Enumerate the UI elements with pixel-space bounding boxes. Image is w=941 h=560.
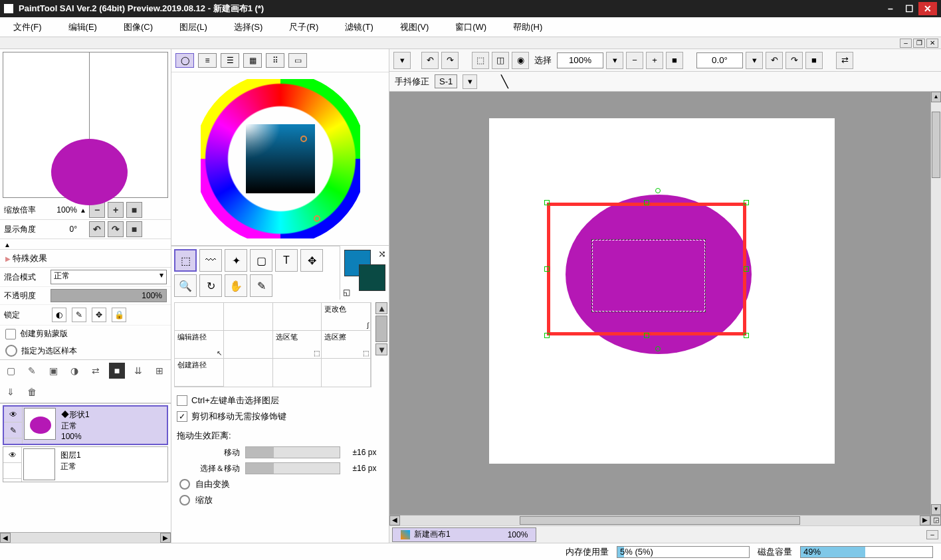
fx-header[interactable]: 特殊效果 bbox=[0, 250, 171, 268]
color-wheel[interactable] bbox=[171, 72, 389, 245]
tabs-collapse-button[interactable]: – bbox=[926, 530, 938, 539]
sel-move-slider[interactable] bbox=[245, 462, 340, 474]
stabilizer-dropdown-icon[interactable]: ▾ bbox=[463, 74, 477, 89]
subtool-empty3[interactable] bbox=[224, 331, 272, 359]
canvas-hscroll[interactable]: ◀ ▶ ◲ bbox=[389, 515, 941, 525]
free-transform-radio[interactable] bbox=[179, 479, 190, 490]
rotate-reset-button[interactable]: ■ bbox=[126, 221, 142, 237]
color-wheel-mode-icon[interactable]: ◯ bbox=[175, 53, 194, 68]
menu-select[interactable]: 选择(S) bbox=[234, 21, 262, 33]
sel-sample-radio[interactable] bbox=[5, 345, 17, 357]
hand-tool-icon[interactable]: ✋ bbox=[225, 274, 247, 297]
zoom-input[interactable] bbox=[557, 52, 603, 68]
transform-handle[interactable] bbox=[644, 333, 649, 338]
lock-opacity-icon[interactable]: ◐ bbox=[52, 308, 66, 322]
subtool-sel-pen[interactable]: 选区笔⬚ bbox=[273, 331, 322, 359]
scratchpad-mode-icon[interactable]: ▭ bbox=[288, 53, 307, 68]
zoom-fit-button[interactable]: ■ bbox=[666, 52, 683, 69]
mixer-mode-icon[interactable]: ▦ bbox=[243, 53, 262, 68]
zoom-in-button[interactable]: + bbox=[108, 202, 124, 218]
left-hscroll[interactable]: ◀▶ bbox=[0, 532, 171, 543]
subtool-create-path[interactable]: 创建路径 bbox=[175, 359, 223, 387]
lock-paint-icon[interactable]: ✎ bbox=[72, 308, 86, 322]
menu-window[interactable]: 窗口(W) bbox=[455, 21, 486, 33]
new-layer-icon[interactable]: ▢ bbox=[3, 363, 19, 379]
document-tab[interactable]: 新建画布1 100% bbox=[392, 527, 536, 542]
canvas-vscroll[interactable]: ▴ ▾ bbox=[930, 92, 941, 515]
menu-layer[interactable]: 图层(L) bbox=[179, 21, 207, 33]
angle-input[interactable] bbox=[696, 52, 743, 68]
close-button[interactable]: ✕ bbox=[918, 2, 937, 15]
transfer-icon[interactable]: ⇄ bbox=[88, 363, 104, 379]
subtool-edit-path[interactable]: 编辑路径↖ bbox=[175, 331, 223, 359]
line-icon[interactable]: ╲ bbox=[501, 74, 508, 89]
text-tool-icon[interactable]: T bbox=[275, 249, 298, 272]
subtool-up-button[interactable]: ▴ bbox=[375, 302, 387, 314]
lock-move-icon[interactable]: ✥ bbox=[92, 308, 106, 322]
minimize-button[interactable]: – bbox=[881, 2, 900, 15]
transform-handle[interactable] bbox=[544, 200, 550, 205]
transform-handle[interactable] bbox=[744, 333, 749, 338]
move-tool-icon[interactable]: ✥ bbox=[300, 249, 323, 272]
transform-handle[interactable] bbox=[544, 333, 550, 338]
transform-rotate-handle[interactable] bbox=[655, 346, 661, 351]
toolbar-toggle-icon[interactable]: ▾ bbox=[393, 52, 411, 69]
select-rect-tool-icon[interactable]: ⬚ bbox=[174, 249, 197, 272]
menu-help[interactable]: 帮助(H) bbox=[513, 21, 542, 33]
merge-down-icon[interactable]: ⇊ bbox=[130, 363, 146, 379]
navigator[interactable] bbox=[3, 52, 168, 198]
flip-h-button[interactable]: ⇄ bbox=[836, 52, 853, 69]
transform-rotate-handle[interactable] bbox=[655, 188, 661, 193]
subtool-down-button[interactable]: ▾ bbox=[375, 343, 387, 355]
stabilizer-value[interactable]: S-1 bbox=[435, 74, 457, 88]
transform-handle[interactable] bbox=[744, 266, 749, 272]
undo-button[interactable]: ↶ bbox=[421, 52, 439, 69]
transform-handle[interactable] bbox=[544, 266, 550, 272]
mask-icon[interactable]: ◑ bbox=[66, 363, 82, 379]
visibility-icon[interactable]: 👁 bbox=[4, 407, 22, 422]
new-linework-icon[interactable]: ✎ bbox=[24, 363, 40, 379]
rgb-slider-mode-icon[interactable]: ≡ bbox=[198, 53, 217, 68]
flatten-icon[interactable]: ⇓ bbox=[3, 384, 19, 400]
canvas-resize-grip[interactable]: ◲ bbox=[930, 515, 941, 525]
visibility-icon[interactable]: 👁 bbox=[3, 447, 21, 463]
edit-icon[interactable]: ✎ bbox=[4, 422, 22, 438]
rotate-cw-tb-button[interactable]: ↷ bbox=[785, 52, 803, 69]
mdi-minimize[interactable]: – bbox=[900, 39, 912, 48]
swatches-mode-icon[interactable]: ⠿ bbox=[266, 53, 284, 68]
blend-mode-select[interactable]: 正常 ▾ bbox=[51, 270, 167, 284]
maximize-button[interactable]: ☐ bbox=[900, 2, 918, 15]
ctrl-click-checkbox[interactable] bbox=[177, 395, 187, 406]
hsv-slider-mode-icon[interactable]: ☰ bbox=[221, 53, 239, 68]
rotate-tool-icon[interactable]: ↻ bbox=[199, 274, 222, 297]
subtool-empty4[interactable] bbox=[273, 303, 322, 331]
scale-radio[interactable] bbox=[179, 495, 190, 506]
subtool-scroll-thumb[interactable] bbox=[375, 316, 387, 342]
opacity-slider[interactable]: 100% bbox=[51, 289, 167, 302]
angle-dropdown-icon[interactable]: ▾ bbox=[746, 52, 763, 69]
layer-item-shape1[interactable]: 👁✎ ◆形状1正常100% bbox=[3, 405, 168, 445]
menu-image[interactable]: 图像(C) bbox=[124, 21, 153, 33]
subtool-change-color[interactable]: 更改色∫ bbox=[322, 303, 370, 331]
zoom-in-tb-button[interactable]: + bbox=[646, 52, 663, 69]
rotate-cw-button[interactable]: ↷ bbox=[108, 221, 124, 237]
eyedropper-tool-icon[interactable]: ✎ bbox=[250, 274, 272, 297]
zoom-dropdown-icon[interactable]: ▾ bbox=[606, 52, 623, 69]
menu-file[interactable]: 文件(F) bbox=[13, 21, 42, 33]
subtool-sel-eraser[interactable]: 选区擦⬚ bbox=[322, 331, 370, 359]
delete-layer-icon[interactable]: 🗑 bbox=[24, 384, 40, 400]
transform-handle[interactable] bbox=[644, 200, 649, 205]
swap-colors-icon[interactable]: ⤭ bbox=[378, 248, 386, 259]
background-swatch[interactable] bbox=[359, 264, 385, 291]
subtool-empty2[interactable] bbox=[224, 303, 272, 331]
mdi-close[interactable]: ✕ bbox=[926, 39, 938, 48]
show-sel-icon[interactable]: ◉ bbox=[512, 52, 529, 69]
clipping-checkbox[interactable] bbox=[5, 329, 16, 339]
shape-tool-icon[interactable]: ▢ bbox=[250, 249, 272, 272]
clear-icon[interactable]: ■ bbox=[109, 363, 125, 379]
add-above-icon[interactable]: ⊞ bbox=[152, 363, 167, 379]
layer-item-bg[interactable]: 👁 图层1正常 bbox=[3, 446, 168, 482]
default-colors-icon[interactable]: ◱ bbox=[343, 288, 350, 297]
deselect-icon[interactable]: ⬚ bbox=[472, 52, 489, 69]
rotate-reset-tb-button[interactable]: ■ bbox=[805, 52, 823, 69]
